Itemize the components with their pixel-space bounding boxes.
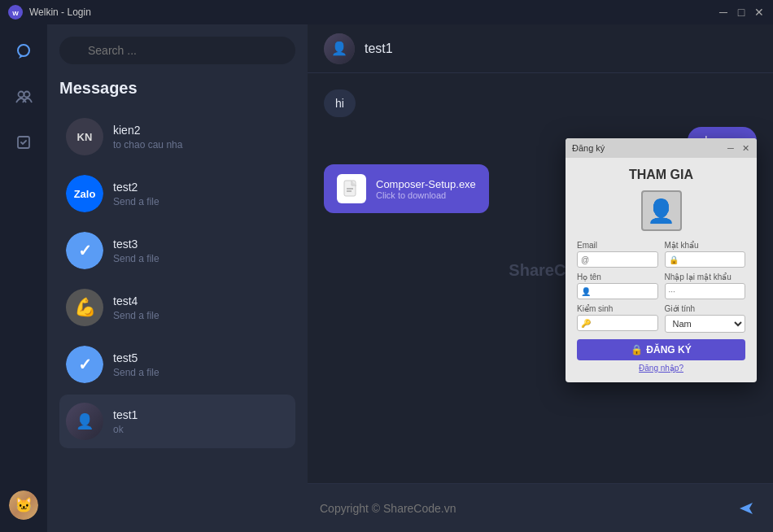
file-name: Composer-Setup.exe	[376, 178, 476, 190]
modal-btn-row: 🔒 ĐĂNG KÝ Đăng nhập?	[577, 339, 745, 373]
modal-gender-field: Giới tính Nam Nữ	[665, 304, 746, 333]
title-bar: W Welkin - Login ─ □ ✕	[0, 0, 773, 24]
modal-email-label: Email	[577, 241, 658, 250]
modal-close-button[interactable]: ✕	[740, 143, 750, 153]
sidebar-item-contacts[interactable]	[9, 82, 38, 111]
modal-username-label: Kiểm sinh	[577, 304, 658, 313]
modal-heading: THAM GIA	[577, 168, 745, 182]
send-button[interactable]	[732, 494, 761, 523]
svg-point-3	[19, 92, 24, 98]
modal-password-label: Mật khẩu	[665, 241, 746, 250]
modal-repassword-label: Nhập lại mật khẩu	[665, 273, 746, 281]
chat-input[interactable]	[320, 502, 723, 515]
sidebar-item-chat[interactable]	[9, 37, 38, 66]
modal-email-field: Email @	[577, 241, 658, 268]
modal-gender-select[interactable]: Nam Nữ	[665, 315, 746, 333]
contact-name-test3: test3	[113, 238, 289, 251]
modal-password-field: Mật khẩu 🔒	[665, 241, 746, 268]
contact-info-test4: test4 Send a file	[113, 294, 289, 321]
contact-item-test1[interactable]: 👤 test1 ok	[59, 395, 295, 448]
contact-avatar-kien2: KN	[66, 118, 103, 155]
minimize-button[interactable]: ─	[718, 7, 729, 18]
contact-name-test5: test5	[113, 351, 289, 364]
registration-modal: Đăng ký ─ ✕ THAM GIA 👤 Email @ Mật khẩu …	[566, 138, 757, 382]
file-info: Composer-Setup.exe Click to download	[376, 178, 476, 200]
email-icon: @	[581, 255, 589, 264]
chat-header: 👤 test1	[308, 24, 773, 73]
modal-fullname-label: Họ tên	[577, 273, 658, 281]
contact-item-test4[interactable]: 💪 test4 Send a file	[59, 281, 295, 334]
contact-name-test2: test2	[113, 181, 289, 194]
contact-item-test3[interactable]: ✓ test3 Send a file	[59, 224, 295, 277]
contact-preview-test4: Send a file	[113, 310, 289, 321]
message-hi: hi	[324, 89, 356, 117]
chat-header-name: test1	[365, 41, 393, 56]
modal-title: Đăng ký	[572, 143, 605, 153]
modal-repassword-field: Nhập lại mật khẩu ···	[665, 273, 746, 299]
modal-title-bar-buttons: ─ ✕	[726, 143, 750, 153]
svg-text:W: W	[12, 10, 19, 17]
register-lock-icon: 🔒	[631, 344, 643, 355]
modal-fullname-field: Họ tên 👤	[577, 273, 658, 299]
login-link[interactable]: Đăng nhập?	[639, 364, 683, 373]
messages-panel: 🔍 Messages KN kien2 to chao cau nha Zalo…	[47, 24, 308, 532]
modal-gender-label: Giới tính	[665, 304, 746, 313]
search-input[interactable]	[59, 37, 295, 64]
search-wrapper: 🔍	[59, 37, 295, 64]
contact-preview-test2: Send a file	[113, 196, 289, 207]
title-bar-left: W Welkin - Login	[8, 5, 91, 20]
file-action: Click to download	[376, 190, 476, 200]
file-message[interactable]: Composer-Setup.exe Click to download	[324, 164, 489, 213]
contact-preview-kien2: to chao cau nha	[113, 139, 289, 150]
key-icon: 🔑	[581, 319, 591, 328]
user-avatar[interactable]: 🐱	[9, 491, 38, 520]
contact-preview-test1: ok	[113, 424, 289, 435]
modal-extra-row: Kiểm sinh 🔑 Giới tính Nam Nữ	[577, 304, 745, 333]
contact-info-kien2: kien2 to chao cau nha	[113, 124, 289, 150]
modal-body: THAM GIA 👤 Email @ Mật khẩu 🔒	[566, 158, 757, 382]
sidebar: 🐱	[0, 24, 47, 532]
contact-info-test3: test3 Send a file	[113, 238, 289, 264]
chat-input-area	[308, 483, 773, 532]
svg-point-4	[24, 92, 30, 98]
contact-name-kien2: kien2	[113, 124, 289, 137]
contact-name-test4: test4	[113, 294, 289, 307]
contact-item-test2[interactable]: Zalo test2 Send a file	[59, 167, 295, 220]
contact-info-test5: test5 Send a file	[113, 351, 289, 378]
contact-preview-test3: Send a file	[113, 253, 289, 264]
chat-header-avatar: 👤	[324, 33, 355, 64]
contact-item-test5[interactable]: ✓ test5 Send a file	[59, 338, 295, 391]
window-title: Welkin - Login	[29, 7, 91, 18]
register-button-label: ĐĂNG KÝ	[646, 344, 691, 355]
modal-fullname-input-wrapper: 👤	[577, 283, 658, 299]
modal-username-input-wrapper: 🔑	[577, 315, 658, 331]
modal-password-input-wrapper: 🔒	[665, 251, 746, 268]
contact-avatar-test2: Zalo	[66, 175, 103, 212]
window-controls: ─ □ ✕	[718, 7, 765, 18]
maximize-button[interactable]: □	[736, 7, 747, 18]
register-button[interactable]: 🔒 ĐĂNG KÝ	[577, 339, 745, 360]
modal-avatar[interactable]: 👤	[641, 190, 682, 231]
sidebar-item-tasks[interactable]	[9, 128, 38, 157]
svg-point-2	[18, 45, 29, 56]
modal-repassword-input-wrapper: ···	[665, 283, 746, 299]
modal-email-input-wrapper: @	[577, 251, 658, 268]
close-button[interactable]: ✕	[753, 7, 765, 18]
modal-email-row: Email @ Mật khẩu 🔒	[577, 241, 745, 268]
modal-username-field: Kiểm sinh 🔑	[577, 304, 658, 333]
contact-preview-test5: Send a file	[113, 367, 289, 378]
contact-info-test2: test2 Send a file	[113, 181, 289, 207]
contact-avatar-test5: ✓	[66, 346, 103, 383]
app-logo: W	[8, 5, 23, 20]
modal-repassword-input[interactable]	[665, 283, 746, 299]
modal-name-row: Họ tên 👤 Nhập lại mật khẩu ···	[577, 273, 745, 299]
contact-avatar-test3: ✓	[66, 232, 103, 269]
person-icon: 👤	[581, 287, 591, 296]
contact-item-kien2[interactable]: KN kien2 to chao cau nha	[59, 110, 295, 164]
modal-minimize-button[interactable]: ─	[726, 143, 736, 153]
contact-info-test1: test1 ok	[113, 408, 289, 435]
contact-name-test1: test1	[113, 408, 289, 421]
check-icon: ✓	[66, 232, 103, 269]
file-icon	[337, 174, 366, 203]
check-icon-test5: ✓	[66, 346, 103, 383]
